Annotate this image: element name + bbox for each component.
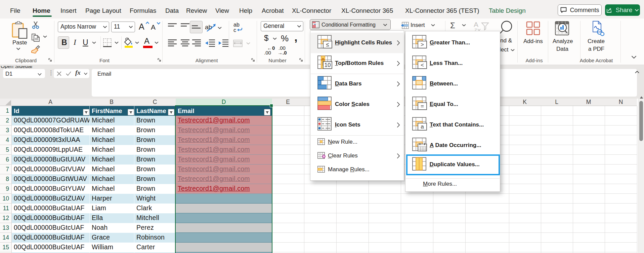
svg-text:ab: ab [205, 24, 212, 31]
svg-text:A: A [474, 21, 478, 28]
svg-text:=: = [421, 103, 424, 109]
svg-text:10: 10 [325, 62, 331, 68]
svg-text:ab: ab [233, 22, 240, 28]
svg-text:≤: ≤ [326, 41, 329, 48]
svg-text:<: < [421, 62, 424, 68]
svg-text:a: a [421, 123, 424, 130]
svg-text:>: > [421, 41, 424, 48]
svg-text:c: c [233, 27, 236, 33]
